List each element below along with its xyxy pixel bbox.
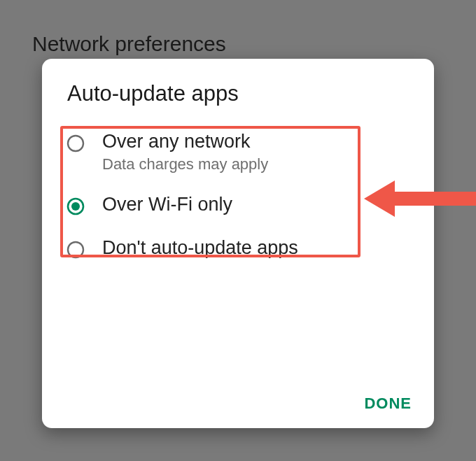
svg-point-3 bbox=[68, 242, 83, 257]
option-dont-auto-update[interactable]: Don't auto-update apps bbox=[42, 227, 434, 270]
svg-point-0 bbox=[68, 136, 83, 151]
background-heading: Network preferences bbox=[32, 32, 226, 56]
option-subtext: Data charges may apply bbox=[102, 155, 268, 173]
radio-group: Over any network Data charges may apply … bbox=[42, 120, 434, 269]
radio-unchecked-icon bbox=[66, 134, 85, 153]
done-button[interactable]: DONE bbox=[364, 395, 412, 413]
option-over-wifi-only[interactable]: Over Wi-Fi only bbox=[42, 183, 434, 227]
auto-update-dialog: Auto-update apps Over any network Data c… bbox=[42, 59, 434, 428]
option-label: Over any network bbox=[102, 130, 268, 154]
dialog-title: Auto-update apps bbox=[42, 81, 434, 120]
svg-point-2 bbox=[71, 202, 80, 211]
radio-unchecked-icon bbox=[66, 240, 85, 260]
option-text: Over any network Data charges may apply bbox=[85, 130, 268, 173]
option-over-any-network[interactable]: Over any network Data charges may apply bbox=[42, 120, 434, 183]
option-label: Over Wi-Fi only bbox=[102, 193, 232, 217]
option-text: Over Wi-Fi only bbox=[85, 193, 232, 217]
option-text: Don't auto-update apps bbox=[85, 236, 298, 260]
option-label: Don't auto-update apps bbox=[102, 236, 298, 260]
radio-checked-icon bbox=[66, 197, 85, 216]
